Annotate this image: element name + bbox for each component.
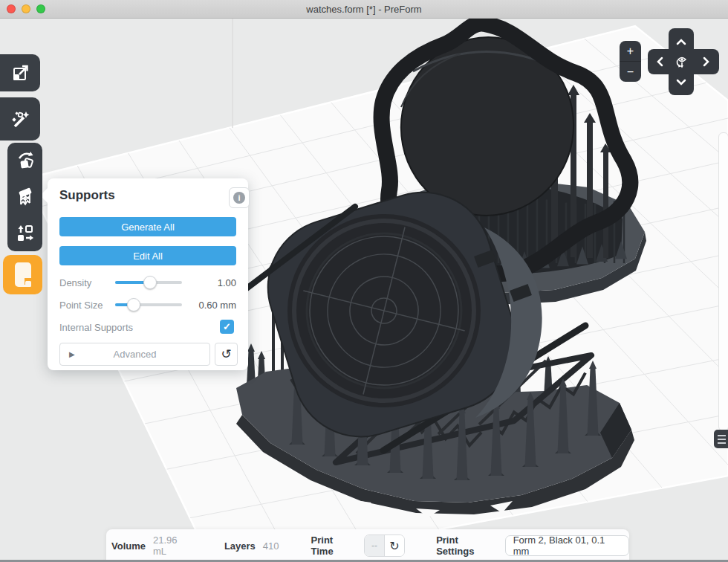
refresh-print-time-button[interactable]: ↻ — [385, 535, 404, 556]
orbit-eye-icon — [673, 54, 689, 70]
rotate-left-button[interactable] — [651, 53, 669, 71]
internal-supports-checkbox[interactable]: ✓ — [220, 320, 234, 334]
print-settings-label: Print Settings — [436, 534, 498, 557]
title-bar: watches.form [*] - PreForm — [0, 0, 728, 19]
orient-tool-button[interactable] — [7, 143, 42, 179]
density-row: Density 1.00 — [59, 275, 236, 290]
edit-all-button[interactable]: Edit All — [59, 246, 236, 265]
supports-icon — [15, 187, 36, 207]
info-button[interactable]: i — [229, 187, 250, 208]
maximize-window-button[interactable] — [36, 4, 45, 13]
checkmark-icon: ✓ — [223, 321, 231, 332]
advanced-button[interactable]: ▶ Advanced — [59, 343, 210, 366]
reset-icon: ↺ — [221, 346, 231, 362]
print-time-control: -- ↻ — [364, 534, 405, 557]
chevron-up-icon — [676, 39, 686, 45]
zoom-in-button[interactable]: + — [620, 41, 641, 62]
zoom-out-button[interactable]: − — [620, 62, 641, 82]
point-size-value: 0.60 mm — [198, 300, 236, 311]
resin-cartridge-icon — [10, 260, 36, 290]
layers-value: 410 — [263, 540, 279, 552]
layer-slider-track[interactable] — [718, 132, 728, 431]
density-slider[interactable] — [115, 275, 182, 290]
orient-icon — [15, 150, 36, 171]
preform-window: Supports i Generate All Edit All Density… — [0, 0, 728, 562]
point-size-label: Point Size — [59, 300, 103, 311]
layer-slider-handle[interactable] — [714, 430, 728, 448]
resize-icon — [10, 63, 30, 83]
panel-title: Supports — [59, 188, 115, 203]
one-click-print-tool-button[interactable] — [0, 97, 40, 140]
internal-supports-row: Internal Supports ✓ — [59, 320, 236, 335]
rotate-up-button[interactable] — [672, 33, 690, 51]
chevron-right-icon — [703, 56, 709, 67]
internal-supports-label: Internal Supports — [59, 322, 133, 333]
advanced-label: Advanced — [114, 349, 157, 360]
slider-thumb[interactable] — [127, 298, 140, 311]
status-bar: Volume 21.96 mL Layers 410 Print Time --… — [106, 529, 629, 562]
magic-wand-icon — [10, 109, 30, 129]
reset-view-button[interactable] — [672, 53, 690, 71]
print-time-label: Print Time — [311, 534, 357, 557]
volume-value: 21.96 mL — [153, 534, 192, 557]
reset-button[interactable]: ↺ — [215, 343, 238, 366]
density-label: Density — [59, 277, 91, 288]
refresh-icon: ↻ — [389, 539, 399, 553]
info-icon: i — [233, 192, 245, 204]
density-value: 1.00 — [218, 277, 236, 288]
print-time-value: -- — [365, 535, 384, 556]
chevron-left-icon — [657, 56, 663, 67]
supports-tool-button[interactable] — [7, 179, 42, 216]
window-title: watches.form [*] - PreForm — [306, 4, 421, 15]
minimize-window-button[interactable] — [22, 4, 30, 13]
print-settings-selector[interactable]: Form 2, Black 01, 0.1 mm — [505, 535, 629, 556]
volume-label: Volume — [111, 540, 146, 552]
disclosure-triangle-icon: ▶ — [69, 350, 75, 358]
rotate-down-button[interactable] — [672, 73, 690, 91]
rotate-right-button[interactable] — [697, 53, 715, 71]
slider-thumb[interactable] — [143, 276, 157, 289]
layers-label: Layers — [224, 540, 256, 552]
point-size-slider[interactable] — [115, 297, 182, 312]
slider-track — [115, 303, 182, 306]
window-controls — [7, 4, 45, 13]
tool-group — [7, 143, 42, 251]
layout-tool-button[interactable] — [7, 215, 42, 251]
printer-material-button[interactable] — [3, 255, 42, 294]
point-size-row: Point Size 0.60 mm — [59, 297, 236, 312]
chevron-down-icon — [676, 79, 686, 85]
layout-icon — [15, 223, 36, 244]
zoom-control: + − — [620, 41, 641, 82]
close-window-button[interactable] — [7, 4, 16, 13]
size-tool-button[interactable] — [0, 54, 40, 91]
generate-all-button[interactable]: Generate All — [59, 217, 236, 236]
supports-panel: Supports i Generate All Edit All Density… — [48, 178, 248, 370]
